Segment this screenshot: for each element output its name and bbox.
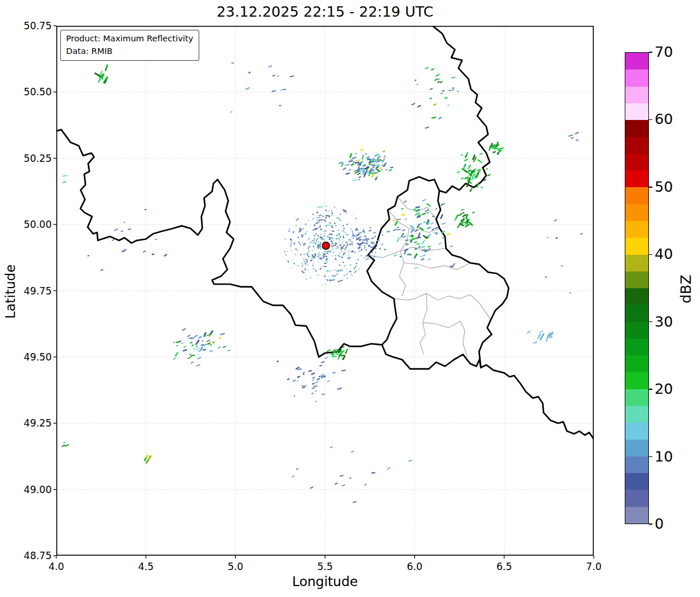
radar-echo <box>365 484 367 485</box>
radar-echo <box>428 234 431 237</box>
radar-echo <box>401 234 403 237</box>
colorbar-segment <box>625 389 648 406</box>
radar-echo <box>432 117 436 118</box>
y-tick-label: 48.75 <box>1 550 52 561</box>
clutter-dot <box>305 234 307 235</box>
radar-echo <box>292 476 295 478</box>
clutter-dot <box>310 242 311 243</box>
clutter-dot <box>355 229 357 231</box>
clutter-dot <box>336 259 337 261</box>
radar-echo <box>152 254 154 255</box>
radar-figure: 23.12.2025 22:15 - 22:19 UTC Product: Ma… <box>0 0 700 597</box>
radar-echo <box>339 162 342 164</box>
colorbar-segment <box>625 355 648 372</box>
radar-echo <box>452 88 454 88</box>
clutter-dot <box>319 208 319 208</box>
clutter-dot <box>337 273 338 274</box>
radar-echo <box>207 340 210 342</box>
clutter-dot <box>356 237 357 238</box>
clutter-dot <box>330 241 331 242</box>
colorbar-tick-label: 40 <box>655 246 673 262</box>
radar-echo <box>334 373 335 373</box>
radar-echo <box>420 256 422 257</box>
clutter-dot <box>329 234 330 235</box>
clutter-dot <box>308 248 309 249</box>
clutter-dot <box>329 280 332 280</box>
radar-echo <box>339 475 343 476</box>
clutter-dot <box>320 269 321 270</box>
radar-echo <box>427 227 431 228</box>
radar-echo <box>384 249 386 250</box>
clutter-dot <box>303 272 304 273</box>
radar-echo <box>386 231 390 232</box>
radar-echo <box>479 153 482 154</box>
clutter-dot <box>347 278 348 279</box>
colorbar-segment <box>625 406 648 422</box>
colorbar-segment <box>625 87 648 103</box>
clutter-dot <box>307 231 307 232</box>
radar-echo <box>361 168 363 169</box>
clutter-dot <box>342 225 343 226</box>
clutter-dot <box>349 250 350 251</box>
colorbar-segment <box>625 221 648 238</box>
clutter-dot <box>312 258 314 259</box>
clutter-dot <box>347 234 349 235</box>
radar-echo <box>65 444 69 446</box>
radar-echo <box>461 154 463 156</box>
clutter-dot <box>365 243 366 243</box>
colorbar-tick <box>649 254 652 255</box>
radar-echo <box>439 117 442 119</box>
clutter-dot <box>340 269 341 270</box>
clutter-dot <box>326 256 327 257</box>
clutter-dot <box>365 239 366 241</box>
radar-echo <box>405 250 408 250</box>
radar-echo <box>349 161 353 162</box>
clutter-dot <box>323 216 323 216</box>
radar-echo <box>423 255 426 257</box>
radar-echo <box>492 148 496 149</box>
radar-echo <box>374 154 378 156</box>
clutter-dot <box>332 249 333 250</box>
clutter-dot <box>342 231 342 232</box>
radar-echo <box>413 209 415 210</box>
radar-echo <box>64 442 66 444</box>
radar-echo <box>497 152 499 154</box>
radar-echo <box>457 172 460 173</box>
radar-echo <box>376 164 379 165</box>
radar-echo <box>287 378 289 379</box>
radar-echo <box>176 346 179 346</box>
clutter-dot <box>331 212 332 214</box>
radar-echo <box>415 248 417 249</box>
clutter-dot <box>313 246 314 247</box>
radar-echo <box>207 343 210 344</box>
colorbar-segment <box>625 372 648 389</box>
radar-echo <box>397 238 400 242</box>
radar-echo <box>370 247 372 248</box>
colorbar-tick-label: 70 <box>655 44 673 60</box>
clutter-dot <box>305 259 306 260</box>
radar-echo <box>462 215 466 217</box>
radar-echo <box>455 218 456 221</box>
clutter-dot <box>333 278 334 278</box>
clutter-dot <box>342 247 344 249</box>
clutter-dot <box>319 217 320 218</box>
radar-echo <box>417 224 420 228</box>
clutter-dot <box>293 263 295 264</box>
map-plot-area: Product: Maximum Reflectivity Data: RMIB <box>56 26 594 556</box>
clutter-dot <box>350 239 350 241</box>
clutter-dot <box>352 247 353 247</box>
radar-echo <box>479 161 482 162</box>
radar-echo <box>144 210 146 210</box>
clutter-dot <box>312 265 314 266</box>
clutter-dot <box>324 254 326 255</box>
colorbar-segment <box>625 238 648 254</box>
clutter-dot <box>350 271 351 272</box>
clutter-dot <box>307 261 308 262</box>
radar-echo <box>319 376 320 377</box>
radar-echo <box>351 451 354 452</box>
radar-echo <box>370 227 371 228</box>
clutter-dot <box>362 242 363 243</box>
radar-echo <box>312 377 315 378</box>
clutter-dot <box>313 240 314 245</box>
clutter-dot <box>289 228 290 229</box>
